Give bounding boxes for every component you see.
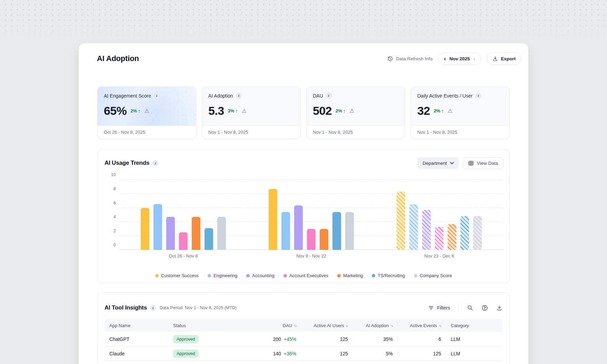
bar-ts-recruiting[interactable] <box>332 212 341 250</box>
filter-lines-icon <box>428 305 434 310</box>
bar-account-executives[interactable] <box>435 227 444 250</box>
warning-icon[interactable]: ⚠ <box>448 108 452 114</box>
bar-account-executives[interactable] <box>307 229 316 250</box>
x-axis-label: Oct 26 - Nov 8 <box>119 253 247 259</box>
x-axis-label: Nov 9 - Nov 22 <box>247 253 375 259</box>
month-label: Nov 2025 <box>449 56 470 61</box>
bar-customer-success[interactable] <box>269 189 277 250</box>
y-tick-label: 2 <box>103 229 116 233</box>
x-axis-label: Nov 23 - Dec 6 <box>375 253 503 259</box>
dau-delta: +45% <box>284 336 296 342</box>
export-button[interactable]: Export <box>487 52 521 65</box>
insights-table: App NameStatusDAU↑↓Active AI Users↓AI Ad… <box>105 319 502 361</box>
legend-item[interactable]: Customer Success <box>155 273 199 278</box>
kpi-value: 65% <box>104 104 127 118</box>
sort-icon: ↑↓ <box>439 323 441 327</box>
legend-item[interactable]: Engineering <box>208 273 237 278</box>
chevron-left-icon[interactable]: ‹ <box>444 55 446 62</box>
table-title: AI Tool Insights <box>105 304 147 311</box>
legend-item[interactable]: Accounting <box>246 273 274 278</box>
sort-icon: ↑↓ <box>390 323 393 327</box>
arrow-up-icon: ↑ <box>441 108 444 114</box>
bar-engineering[interactable] <box>409 204 418 250</box>
bar-company-score[interactable] <box>217 217 226 250</box>
department-label: Department <box>422 161 447 166</box>
legend-label: Account Executives <box>289 273 328 278</box>
info-icon[interactable]: i <box>152 160 158 166</box>
bar-marketing[interactable] <box>192 217 200 250</box>
help-icon[interactable] <box>481 305 488 311</box>
bar-engineering[interactable] <box>281 212 290 250</box>
y-tick-label: 8 <box>103 186 116 191</box>
kpi-value-row: 5022%↑⚠ <box>313 104 399 118</box>
cell-active-events: 6 <box>398 336 446 342</box>
export-label: Export <box>501 56 516 61</box>
column-header-dau[interactable]: DAU↑↓ <box>251 323 301 328</box>
info-icon[interactable]: i <box>475 93 481 99</box>
warning-icon[interactable]: ⚠ <box>242 108 247 114</box>
bar-customer-success[interactable] <box>397 192 405 250</box>
kpi-row: AI Engagement Scorei65%2%↑⚠Oct 26 - Nov … <box>97 87 510 139</box>
kpi-card: DAUi5022%↑⚠Nov 1 - Nov 8, 2025 <box>306 87 405 139</box>
month-selector[interactable]: ‹ Nov 2025 › <box>438 52 481 65</box>
bar-marketing[interactable] <box>320 229 328 250</box>
table-header-row: App NameStatusDAU↑↓Active AI Users↓AI Ad… <box>105 319 502 332</box>
data-refresh-info-button[interactable]: Data Refresh Info <box>387 56 432 62</box>
legend-label: Accounting <box>252 273 274 278</box>
bar-accounting[interactable] <box>294 205 303 250</box>
download-icon[interactable] <box>496 305 502 311</box>
toolbar-divider <box>458 304 459 312</box>
bar-engineering[interactable] <box>153 204 162 250</box>
arrow-up-icon: ↑ <box>343 108 346 114</box>
y-tick-label: 6 <box>103 201 116 205</box>
filters-button[interactable]: Filters <box>428 305 450 311</box>
warning-icon[interactable]: ⚠ <box>145 108 149 114</box>
kpi-value-row: 322%↑⚠ <box>417 104 503 118</box>
legend-dot <box>283 274 287 277</box>
cell-status: Approved <box>168 335 251 343</box>
legend-item[interactable]: Marketing <box>337 273 363 278</box>
search-icon[interactable] <box>467 305 473 311</box>
warning-icon[interactable]: ⚠ <box>349 108 354 114</box>
legend-item[interactable]: TS/Recruiting <box>372 273 405 278</box>
bar-accounting[interactable] <box>166 217 175 250</box>
kpi-label: AI Adoption <box>208 93 233 99</box>
info-icon[interactable]: i <box>326 93 332 99</box>
bar-marketing[interactable] <box>448 224 456 250</box>
legend-item[interactable]: Company Score <box>414 273 452 278</box>
cell-ai-adoption: 35% <box>353 336 398 342</box>
legend-dot <box>208 274 211 277</box>
bar-company-score[interactable] <box>345 212 354 250</box>
info-icon[interactable]: i <box>150 305 156 311</box>
column-header-status: Status <box>168 323 251 328</box>
kpi-value: 5.3 <box>208 104 224 118</box>
department-dropdown[interactable]: Department <box>418 157 459 169</box>
table-row[interactable]: ChatGPTApproved200+45%12535%6LLM <box>105 332 502 346</box>
column-header-active-ai-users[interactable]: Active AI Users↓ <box>301 323 353 328</box>
column-header-active-events[interactable]: Active Events↑↓ <box>398 323 446 328</box>
bar-ts-recruiting[interactable] <box>205 228 213 250</box>
dau-value: 140 <box>273 351 281 356</box>
chevron-right-icon[interactable]: › <box>473 55 475 62</box>
bar-accounting[interactable] <box>422 210 431 250</box>
cell-active-ai-users: 125 <box>301 351 353 356</box>
legend-item[interactable]: Account Executives <box>283 273 328 278</box>
column-label: DAU <box>283 323 292 328</box>
info-icon[interactable]: i <box>236 93 242 99</box>
bar-company-score[interactable] <box>473 216 482 250</box>
legend-label: TS/Recruiting <box>378 273 405 278</box>
y-tick-label: 4 <box>103 214 116 219</box>
view-data-button[interactable]: View Data <box>463 157 503 169</box>
cell-active-ai-users: 125 <box>301 336 353 342</box>
info-icon[interactable]: i <box>154 93 160 99</box>
kpi-value-row: 5.33%↑⚠ <box>208 104 294 118</box>
view-data-label: View Data <box>477 161 498 166</box>
bar-account-executives[interactable] <box>179 232 188 250</box>
legend-dot <box>337 274 341 277</box>
kpi-card-top: AI Engagement Scorei65%2%↑⚠ <box>98 87 196 118</box>
cell-ai-adoption: 5% <box>353 351 398 356</box>
table-row[interactable]: ClaudeApproved140+36%1255%125LLM <box>105 346 502 361</box>
column-header-ai-adoption[interactable]: AI Adoption↑↓ <box>353 323 398 328</box>
bar-ts-recruiting[interactable] <box>460 216 469 250</box>
bar-customer-success[interactable] <box>141 208 149 250</box>
